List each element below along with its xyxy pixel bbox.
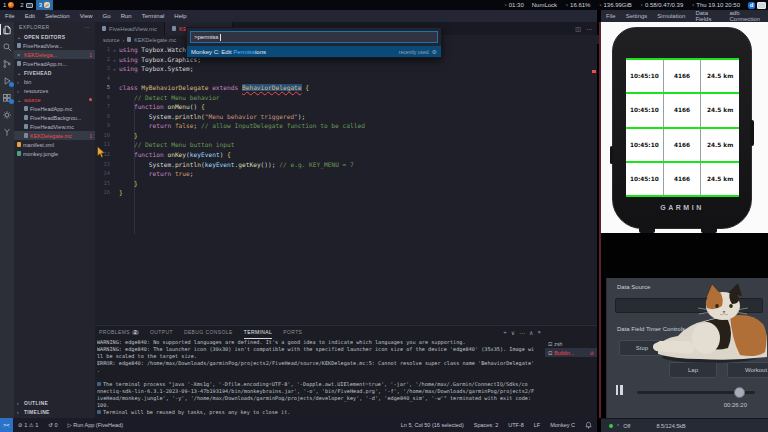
terminal-instance-zsh[interactable]: ⊡zsh [545,339,597,348]
cursor-position[interactable]: Ln 5, Col 50 (16 selected) [396,422,469,428]
menu-help[interactable]: Help [169,13,191,19]
tree-item-kekdelegatemc[interactable]: KEKDelegate.mc1 [14,131,95,140]
panel-tab-problems[interactable]: PROBLEMS2 [99,326,139,338]
breadcrumb-file[interactable]: KEKDelegate.mc [134,37,176,43]
menu-view[interactable]: View [75,13,98,19]
search-icon[interactable] [1,41,13,52]
pause-button[interactable] [613,384,625,396]
problems-status[interactable]: ⊘ 1 ⚠ 1 [13,422,43,428]
data-field-cell[interactable]: 4166 [664,94,702,126]
language-mode[interactable]: Monkey C [545,422,580,428]
panel-tab-debug-console[interactable]: DEBUG CONSOLE [184,326,233,338]
remote-indicator[interactable]: >< [0,418,13,432]
tree-item-fiveheadbackgrou[interactable]: FiveHeadBackgrou... [14,113,95,122]
run-app-button[interactable]: ▷ Run App (FiveHead) [62,422,128,428]
more-actions-icon[interactable]: ⋯ [85,24,90,30]
workspace-2[interactable]: 2 [17,0,35,10]
explorer-icon[interactable] [1,24,13,35]
sim-menu-adb-connection[interactable]: adb Connection [725,10,768,22]
workspace-1[interactable]: 1 [0,0,17,10]
device-side-button[interactable] [750,120,754,146]
code-lines[interactable]: using Toybox.WatchUi;using Toybox.Graphi… [119,45,591,198]
panel-tab-ports[interactable]: PORTS [283,326,302,338]
command-input[interactable]: >permiss [190,31,438,43]
data-field-cell[interactable]: 10:45:10 [626,94,664,126]
open-editors-section[interactable]: ⌄OPEN EDITORS [14,32,95,41]
device-side-button[interactable] [610,146,613,164]
panel-tab-output[interactable]: OUTPUT [150,326,173,338]
panel-action-icon[interactable]: × [537,329,541,335]
panel-action-icon[interactable]: ∨ [511,329,515,336]
sim-menu-settings[interactable]: Settings [621,13,653,19]
panel-action-icon[interactable]: + [503,329,507,335]
breadcrumb-folder[interactable]: source [103,37,120,43]
terminal-output[interactable]: WARNING: edge840: No supported languages… [97,339,543,418]
workspace-3[interactable]: 3 [36,0,53,10]
menu-go[interactable]: Go [98,13,116,19]
data-field-cell[interactable]: 4166 [664,163,702,195]
device-screen[interactable]: 10:45:10416624.5 km10:45:10416624.5 km10… [626,58,739,197]
tab-fiveheadview.mc[interactable]: FiveHeadView.mc [95,22,165,35]
item-label: bin [24,79,31,85]
eol[interactable]: LF [529,422,545,428]
settings-gear-icon[interactable] [1,109,13,120]
open-editor-item[interactable]: FiveHeadView... [14,41,95,50]
more-actions-icon[interactable]: ⋯ [586,25,592,32]
tree-item-source[interactable]: ⌄source [14,95,95,104]
code-editor[interactable]: 12345678910111213141516 ⌄ ⌄ ⌄ using Toyb… [95,44,597,325]
terminal-instance-buildin[interactable]: ⊡Buildin...⊘ [545,348,597,357]
tray-display-icon[interactable] [757,2,766,9]
sim-menu-file[interactable]: File [601,13,621,19]
indentation[interactable]: Spaces: 2 [469,422,503,428]
menu-run[interactable]: Run [116,13,137,19]
section-timeline[interactable]: ›TIMELINE [14,407,95,416]
data-field-cell[interactable]: 24.5 km [701,163,739,195]
fold-markers[interactable]: ⌄ ⌄ ⌄ [111,45,118,74]
data-field-cell[interactable]: 10:45:10 [626,163,664,195]
system-bar: 123 ◔01:30NumLock◔16.61%◔136.99GiB◔0.58/… [0,0,768,10]
split-editor-icon[interactable]: ◫ [575,25,581,32]
workspace-section[interactable]: ⌄FIVEHEAD [14,68,95,77]
sim-menu-simulation[interactable]: Simulation [652,13,690,19]
bell-icon[interactable] [585,421,592,429]
source-control-icon[interactable] [1,58,13,69]
data-field-cell[interactable]: 24.5 km [701,129,739,161]
menu-edit[interactable]: Edit [20,13,40,19]
menu-terminal[interactable]: Terminal [137,13,170,19]
sync-status[interactable]: ↺ 0 [43,422,62,428]
data-field-cell[interactable]: 10:45:10 [626,60,664,92]
tree-item-fiveheadviewmc[interactable]: FiveHeadView.mc [14,122,95,131]
panel-tab-terminal[interactable]: TERMINAL [244,326,272,339]
palette-item-edit-permissions[interactable]: Monkey C: Edit Permissions recently used… [187,46,441,57]
menu-selection[interactable]: Selection [40,13,75,19]
code-line: // Detect Menu behavior [119,93,591,103]
tree-item-bin[interactable]: ›bin [14,77,95,86]
lap-button[interactable]: Lap [669,362,717,378]
run-debug-icon[interactable] [1,75,13,86]
extensions-icon[interactable] [1,92,13,103]
tree-item-fiveheadappmc[interactable]: FiveHeadApp.mc [14,104,95,113]
data-field-cell[interactable]: 4166 [664,129,702,161]
tree-item-manifestxml[interactable]: manifest.xml [14,140,95,149]
menu-file[interactable]: File [0,13,20,19]
open-editor-item[interactable]: ×KEKDelega...1 [14,50,95,59]
gear-icon[interactable]: ⚙ [432,48,437,55]
data-field-cell[interactable]: 24.5 km [701,94,739,126]
data-field-cell[interactable]: 4166 [664,60,702,92]
panel-action-icon[interactable]: ∧ [529,329,533,336]
data-field-cell[interactable]: 24.5 km [701,60,739,92]
workout-step-button[interactable]: Workout Step [727,362,768,378]
close-icon[interactable]: × [17,52,22,58]
connectiq-icon[interactable] [1,126,13,137]
encoding[interactable]: UTF-8 [503,422,529,428]
tree-item-monkeyjungle[interactable]: monkey.jungle [14,149,95,158]
data-field-cell[interactable]: 10:45:10 [626,129,664,161]
panel-action-icon[interactable]: ⋯ [519,329,525,336]
sim-menu-data-fields[interactable]: Data Fields [690,10,724,22]
tray-d-icon[interactable]: d [748,2,755,9]
section-outline[interactable]: ›OUTLINE [14,398,95,407]
open-editor-item[interactable]: FiveHeadApp.m... [14,59,95,68]
tree-item-resources[interactable]: ›resources [14,86,95,95]
command-palette[interactable]: >permiss Monkey C: Edit Permissions rece… [186,27,442,58]
slider-handle[interactable] [734,387,745,398]
